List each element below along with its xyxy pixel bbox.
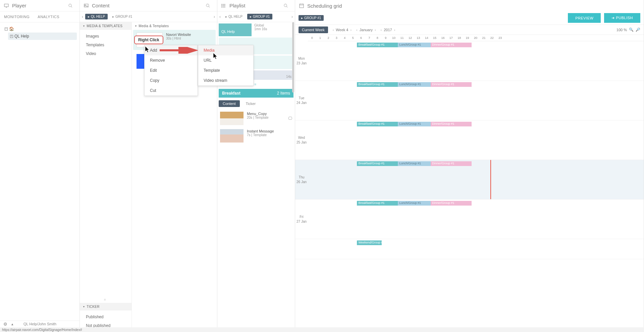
schedule-event[interactable]: Breakfast/Group #1	[357, 161, 398, 166]
chevron-right-icon[interactable]: ›	[214, 14, 215, 19]
schedule-event[interactable]: Dinner/Group #1	[431, 82, 472, 87]
media-item-meta: 30s | Html	[166, 37, 191, 40]
zoom-out-icon[interactable]: 🔍	[629, 27, 634, 32]
collapse-icon[interactable]: −	[5, 27, 8, 31]
search-icon[interactable]	[67, 3, 73, 9]
tab-analytics[interactable]: ANALYTICS	[34, 11, 63, 22]
schedule-event[interactable]: Lunch/Group #1	[398, 43, 431, 47]
schedule-chip-group[interactable]: ▸GROUP #1	[299, 15, 324, 21]
chevron-left-icon[interactable]: ‹	[381, 28, 382, 32]
media-item-title: Navori Website	[166, 33, 191, 37]
playlist-item[interactable]: Menu_Copy 20s | Template 🖵	[219, 110, 293, 127]
year-label[interactable]: 2017	[384, 28, 392, 32]
ctx-remove[interactable]: Remove	[145, 55, 198, 65]
current-time-line	[490, 160, 491, 199]
chevron-right-icon[interactable]: ›	[291, 14, 293, 19]
playlist-section-breakfast[interactable]: Breakfast 2 Items	[219, 89, 293, 98]
schedule-event[interactable]: Lunch/Group #1	[398, 201, 431, 206]
schedule-event[interactable]: Lunch/Group #1	[398, 161, 431, 166]
playlist-thumb	[220, 112, 244, 125]
publish-button[interactable]: ➜ PUBLISH	[604, 13, 640, 23]
drag-handle[interactable]: ≡	[80, 296, 131, 303]
expand-icon[interactable]: +	[10, 35, 13, 38]
ctx-cut[interactable]: Cut	[145, 86, 198, 96]
tab-monitoring[interactable]: MONITORING	[0, 11, 34, 22]
week-label[interactable]: Week 4	[336, 28, 348, 32]
playlist-tab-ticker[interactable]: Ticker	[242, 100, 260, 107]
svg-point-4	[206, 4, 209, 7]
hour-label: 0	[308, 35, 316, 41]
schedule-event[interactable]: Breakfast/Group #1	[357, 43, 398, 47]
gear-icon[interactable]: ⚙	[3, 322, 7, 327]
schedule-row: Fri27 JanBreakfast/Group #1Lunch/Group #…	[295, 200, 644, 239]
schedule-track[interactable]: Breakfast/Group #1Lunch/Group #1Dinner/G…	[308, 41, 644, 80]
sidebar-published[interactable]: Published	[80, 313, 131, 321]
schedule-track[interactable]: Breakfast/Group #1Lunch/Group #1Dinner/G…	[308, 200, 644, 239]
chevron-right-icon[interactable]: ›	[350, 28, 352, 32]
chevron-left-icon[interactable]: ‹	[356, 28, 358, 32]
schedule-event[interactable]: Lunch/Group #1	[398, 82, 431, 87]
schedule-event[interactable]: Breakfast/Group #1	[357, 82, 398, 87]
playlist-item[interactable]: Instant Message 7s | Template	[219, 127, 293, 145]
schedule-event[interactable]: Weekend/Group #1	[357, 240, 381, 245]
zoom-label: 100 %	[616, 28, 627, 32]
chevron-left-icon[interactable]: ‹	[219, 14, 221, 19]
schedule-event[interactable]: Breakfast/Group #1	[357, 201, 398, 206]
breadcrumb-qlhelp[interactable]: ▸QL HELP	[85, 14, 108, 19]
playlist-thumb	[220, 129, 244, 143]
day-label: Wed25 Jan	[295, 120, 308, 160]
chevron-down-icon: ▾	[83, 24, 85, 27]
schedule-track[interactable]: Breakfast/Group #1Lunch/Group #1Dinner/G…	[308, 81, 644, 120]
schedule-hours: 01234567891011121314151617181920212223	[308, 35, 644, 41]
chevron-left-icon[interactable]: ‹	[333, 28, 334, 32]
month-label[interactable]: January	[360, 28, 373, 32]
playlist-header: Playlist	[217, 0, 295, 11]
content-breadcrumb: ‹ ▸QL HELP ▸GROUP #1 ›	[80, 11, 217, 22]
hour-label: 6	[357, 35, 365, 41]
breadcrumb-group[interactable]: ▸GROUP #1	[247, 14, 272, 19]
ticker-header[interactable]: ▾ TICKER	[80, 303, 131, 311]
breadcrumb-group[interactable]: ▸GROUP #1	[110, 14, 135, 19]
ctx-edit[interactable]: Edit	[145, 65, 198, 75]
tree-node-qlhelp[interactable]: + QL Help	[8, 33, 77, 40]
schedule-track[interactable]: Breakfast/Group #1Lunch/Group #1Dinner/G…	[308, 160, 644, 199]
playlist-breadcrumb: ‹ ▸QL HELP ▸GROUP #1 ›	[217, 11, 295, 22]
search-icon[interactable]	[205, 3, 211, 9]
chevron-right-icon[interactable]: ›	[394, 28, 395, 32]
preview-button[interactable]: PREVIEW	[568, 13, 601, 23]
ctx-url[interactable]: URL	[198, 55, 253, 65]
ctx-video-stream[interactable]: Video stream	[198, 75, 253, 86]
schedule-row: Mon23 JanBreakfast/Group #1Lunch/Group #…	[295, 41, 644, 81]
ctx-copy[interactable]: Copy	[145, 75, 198, 86]
sidebar-images[interactable]: Images	[80, 32, 131, 41]
hour-label: 2	[324, 35, 332, 41]
media-templates-header[interactable]: ▾ MEDIA & TEMPLATES	[80, 22, 131, 30]
tree-root[interactable]: − 🏠	[3, 25, 77, 33]
schedule-event[interactable]: Lunch/Group #1	[398, 122, 431, 126]
media-templates-header-2[interactable]: ▾ Media & Templates	[132, 22, 217, 30]
chevron-left-icon[interactable]: ‹	[82, 14, 83, 19]
ctx-media[interactable]: Media	[198, 45, 253, 55]
playlist-tab-content[interactable]: Content	[219, 100, 240, 107]
chevron-right-icon[interactable]: ›	[375, 28, 376, 32]
search-icon[interactable]	[283, 3, 289, 9]
sidebar-video[interactable]: Video	[80, 49, 131, 58]
schedule-event[interactable]: Dinner/Group #1	[431, 201, 472, 206]
chevron-up-icon[interactable]: ▴	[11, 322, 13, 326]
breadcrumb-qlhelp[interactable]: ▸QL HELP	[223, 14, 245, 19]
sidebar-templates[interactable]: Templates	[80, 41, 131, 49]
hour-label: 20	[472, 35, 480, 41]
content-icon	[83, 3, 89, 9]
svg-point-7	[221, 7, 222, 7]
zoom-in-icon[interactable]: 🔎	[636, 27, 640, 32]
schedule-event[interactable]: Dinner/Group #1	[431, 161, 472, 166]
scrollbar[interactable]	[292, 22, 294, 93]
schedule-track[interactable]: Breakfast/Group #1Lunch/Group #1Dinner/G…	[308, 120, 644, 160]
current-week-button[interactable]: Current Week	[299, 26, 328, 33]
schedule-event[interactable]: Breakfast/Group #1	[357, 122, 398, 126]
playlist-card-qlhelp[interactable]: QL Help	[219, 23, 252, 36]
schedule-event[interactable]: Dinner/Group #1	[431, 43, 472, 47]
svg-point-6	[221, 5, 222, 6]
ctx-template[interactable]: Template	[198, 65, 253, 75]
schedule-event[interactable]: Dinner/Group #1	[431, 122, 472, 126]
